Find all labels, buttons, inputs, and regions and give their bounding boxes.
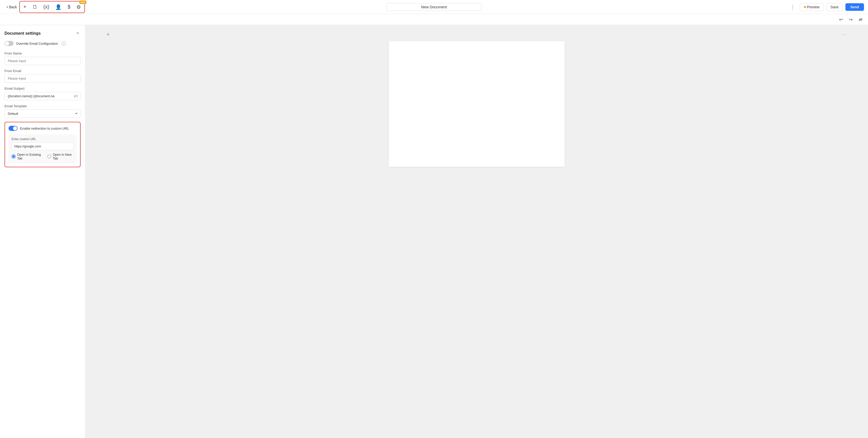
custom-url-toggle-row: Enable redirection to custom URL: [8, 126, 76, 131]
new-tab-label: Open in New Tab: [53, 153, 73, 160]
override-email-toggle[interactable]: [4, 41, 13, 46]
info-icon[interactable]: i: [62, 41, 66, 46]
person-icon: 👤: [55, 4, 62, 10]
second-toolbar: ↩ ↪ ⇌: [0, 14, 868, 25]
split-button[interactable]: ⇌: [857, 16, 864, 23]
canvas-top-bar: + ···: [90, 30, 863, 39]
close-panel-button[interactable]: ×: [75, 30, 81, 36]
document-title-input[interactable]: [386, 3, 482, 11]
undo-button[interactable]: ↩: [838, 16, 844, 23]
url-field-label: Enter custom URL: [11, 137, 73, 141]
preview-label: Preview: [807, 5, 819, 9]
redo-button[interactable]: ↪: [847, 16, 854, 23]
email-subject-field: Email Subject 🏷: [4, 87, 81, 100]
new-tab-radio-dot: [47, 154, 51, 158]
custom-url-toggle[interactable]: [8, 126, 18, 131]
override-email-row: Override Email Configuration i: [4, 41, 81, 46]
existing-tab-label: Open in Existing Tab: [17, 153, 42, 160]
from-email-input[interactable]: [4, 74, 81, 83]
canvas-more-button[interactable]: ···: [841, 31, 848, 38]
gear-icon: ⚙: [76, 4, 81, 10]
existing-tab-radio-dot: [11, 154, 16, 158]
new-badge: New: [80, 0, 87, 4]
send-button[interactable]: Send: [845, 3, 864, 11]
custom-url-input[interactable]: [11, 143, 73, 150]
toolbar-dollar-button[interactable]: $: [67, 3, 71, 11]
split-icon: ⇌: [859, 17, 863, 22]
back-button[interactable]: Back: [4, 3, 19, 11]
canvas-area: + ···: [85, 25, 868, 438]
save-button[interactable]: Save: [826, 3, 843, 11]
undo-icon: ↩: [839, 17, 843, 22]
email-subject-input[interactable]: [5, 92, 71, 100]
tab-options-row: Open in Existing Tab Open in New Tab: [11, 153, 73, 160]
from-email-field: From Email: [4, 69, 81, 83]
email-template-select[interactable]: Default Custom: [4, 110, 81, 118]
add-icon: +: [23, 4, 26, 10]
more-options-button[interactable]: ⋮: [788, 3, 797, 11]
top-bar: Back Settings + 🗋 (x) 👤 $ ⚙ New: [0, 0, 868, 14]
toolbar-person-button[interactable]: 👤: [54, 3, 63, 11]
email-template-field: Email Template Default Custom: [4, 104, 81, 118]
settings-button[interactable]: ⚙: [75, 3, 82, 11]
toolbar-file-button[interactable]: 🗋: [31, 3, 38, 11]
panel-header: Document settings ×: [4, 30, 81, 36]
open-existing-tab-option[interactable]: Open in Existing Tab: [11, 153, 42, 160]
file-icon: 🗋: [32, 4, 37, 10]
from-email-label: From Email: [4, 69, 81, 73]
from-name-field: From Name: [4, 52, 81, 65]
custom-url-label: Enable redirection to custom URL: [20, 127, 69, 130]
override-email-label: Override Email Configuration: [16, 42, 58, 45]
panel-title: Document settings: [4, 31, 41, 36]
toolbar-icons-group: Settings + 🗋 (x) 👤 $ ⚙ New: [19, 1, 85, 13]
preview-button[interactable]: Preview: [800, 3, 824, 11]
document-settings-panel: Document settings × Override Email Confi…: [0, 25, 85, 438]
canvas-plus-icon: +: [106, 31, 110, 37]
from-name-label: From Name: [4, 52, 81, 55]
toolbar-variable-button[interactable]: (x): [42, 3, 50, 11]
toolbar-add-button[interactable]: +: [22, 3, 27, 11]
main-layout: Document settings × Override Email Confi…: [0, 25, 868, 438]
tag-icon: 🏷: [74, 94, 78, 98]
status-dot: [804, 6, 806, 8]
dollar-icon: $: [68, 4, 70, 10]
redo-icon: ↪: [849, 17, 853, 22]
email-subject-input-container: 🏷: [4, 92, 81, 100]
from-name-input[interactable]: [4, 57, 81, 65]
canvas-ellipsis-icon: ···: [842, 32, 847, 37]
custom-url-inner-box: Enter custom URL Open in Existing Tab Op…: [8, 134, 76, 163]
custom-url-section: Enable redirection to custom URL Enter c…: [4, 122, 81, 167]
document-page: [389, 41, 565, 167]
top-right-actions: ⋮ Preview Save Send: [788, 3, 864, 11]
canvas-add-button[interactable]: +: [105, 30, 111, 39]
email-template-label: Email Template: [4, 104, 81, 108]
tag-icon-button[interactable]: 🏷: [71, 94, 81, 98]
document-title-container: [386, 3, 482, 11]
variable-icon: (x): [43, 4, 49, 10]
email-subject-label: Email Subject: [4, 87, 81, 90]
open-new-tab-option[interactable]: Open in New Tab: [47, 153, 73, 160]
